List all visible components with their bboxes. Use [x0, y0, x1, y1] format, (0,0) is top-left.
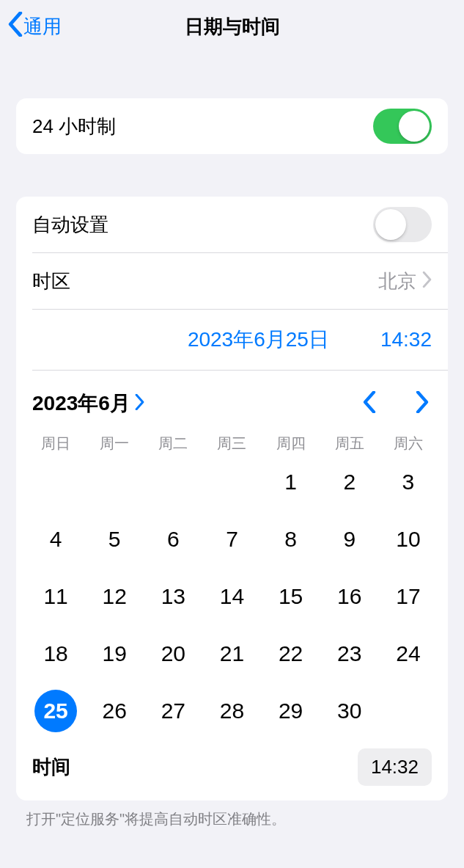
- label-time: 时间: [32, 754, 358, 780]
- calendar-grid: 1234567891011121314151617181920212223242…: [16, 453, 448, 741]
- back-button[interactable]: 通用: [7, 12, 62, 42]
- calendar-day[interactable]: 19: [85, 630, 144, 678]
- value-timezone: 北京: [378, 269, 416, 294]
- label-timezone: 时区: [32, 269, 378, 294]
- calendar-day[interactable]: 12: [85, 572, 144, 621]
- calendar-empty: [202, 458, 261, 506]
- row-time: 时间 14:32: [16, 741, 448, 800]
- footnote: 打开"定位服务"将提高自动时区准确性。: [0, 800, 464, 829]
- month-picker[interactable]: 2023年6月: [32, 390, 144, 417]
- group-datetime: 自动设置 时区 北京 2023年6月25日 14:32 2023年6月: [16, 197, 448, 800]
- calendar-day[interactable]: 8: [262, 515, 320, 564]
- weekday-label: 周五: [320, 434, 379, 453]
- calendar-day[interactable]: 20: [144, 630, 202, 678]
- weekday-label: 周四: [262, 434, 320, 453]
- calendar-day[interactable]: 27: [144, 687, 202, 735]
- calendar-day[interactable]: 2: [320, 458, 379, 506]
- calendar-day[interactable]: 28: [202, 687, 261, 735]
- calendar-day[interactable]: 6: [144, 515, 202, 564]
- weekday-label: 周二: [144, 434, 202, 453]
- calendar-day[interactable]: 16: [320, 572, 379, 621]
- calendar-day[interactable]: 23: [320, 630, 379, 678]
- row-timezone[interactable]: 时区 北京: [16, 253, 448, 309]
- row-auto-set: 自动设置: [16, 197, 448, 252]
- back-label: 通用: [23, 14, 62, 40]
- calendar-day[interactable]: 13: [144, 572, 202, 621]
- row-selected-datetime: 2023年6月25日 14:32: [16, 310, 448, 370]
- calendar-header: 2023年6月: [16, 371, 448, 422]
- switch-auto-set[interactable]: [373, 207, 432, 242]
- calendar-day[interactable]: 4: [26, 515, 85, 564]
- calendar-empty: [85, 458, 144, 506]
- group-24hour: 24 小时制: [16, 98, 448, 154]
- calendar-day[interactable]: 21: [202, 630, 261, 678]
- next-month-button[interactable]: [413, 388, 432, 419]
- chevron-right-icon: [135, 394, 144, 413]
- prev-month-button[interactable]: [360, 388, 379, 419]
- time-picker[interactable]: 14:32: [358, 748, 432, 786]
- weekday-row: 周日周一周二周三周四周五周六: [16, 422, 448, 453]
- calendar-day[interactable]: 10: [379, 515, 438, 564]
- selected-date[interactable]: 2023年6月25日: [188, 326, 329, 354]
- calendar-day[interactable]: 29: [262, 687, 320, 735]
- weekday-label: 周一: [85, 434, 144, 453]
- switch-24hour[interactable]: [373, 109, 432, 144]
- weekday-label: 周六: [379, 434, 438, 453]
- calendar-day[interactable]: 26: [85, 687, 144, 735]
- calendar-empty: [26, 458, 85, 506]
- calendar-day[interactable]: 30: [320, 687, 379, 735]
- calendar-day[interactable]: 24: [379, 630, 438, 678]
- page-title: 日期与时间: [185, 14, 280, 40]
- label-auto-set: 自动设置: [32, 212, 373, 238]
- chevron-right-icon: [422, 271, 432, 291]
- calendar-day[interactable]: 9: [320, 515, 379, 564]
- calendar-day[interactable]: 15: [262, 572, 320, 621]
- calendar-day[interactable]: 11: [26, 572, 85, 621]
- calendar-day[interactable]: 7: [202, 515, 261, 564]
- chevron-left-icon: [7, 12, 23, 42]
- label-24hour: 24 小时制: [32, 114, 373, 139]
- calendar-day[interactable]: 25: [26, 687, 85, 735]
- calendar-day[interactable]: 22: [262, 630, 320, 678]
- weekday-label: 周三: [202, 434, 261, 453]
- calendar-day[interactable]: 1: [262, 458, 320, 506]
- calendar-day[interactable]: 14: [202, 572, 261, 621]
- calendar-day[interactable]: 17: [379, 572, 438, 621]
- calendar-day[interactable]: 3: [379, 458, 438, 506]
- weekday-label: 周日: [26, 434, 85, 453]
- month-label: 2023年6月: [32, 390, 130, 417]
- row-24hour: 24 小时制: [16, 98, 448, 154]
- selected-time[interactable]: 14:32: [380, 328, 432, 351]
- calendar-day[interactable]: 5: [85, 515, 144, 564]
- calendar-empty: [144, 458, 202, 506]
- calendar-day[interactable]: 18: [26, 630, 85, 678]
